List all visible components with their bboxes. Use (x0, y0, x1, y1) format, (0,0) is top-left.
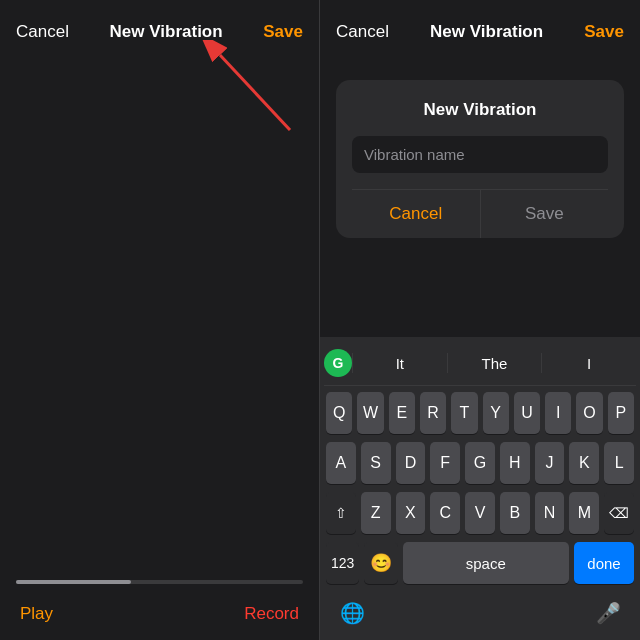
key-y[interactable]: Y (483, 392, 509, 434)
key-u[interactable]: U (514, 392, 540, 434)
key-rows: Q W E R T Y U I O P A S D F G H J K (324, 392, 636, 584)
dialog-cancel-button[interactable]: Cancel (352, 190, 481, 238)
key-z[interactable]: Z (361, 492, 391, 534)
microphone-icon[interactable]: 🎤 (588, 592, 628, 634)
key-i[interactable]: I (545, 392, 571, 434)
key-row-3: ⇧ Z X C V B N M ⌫ (326, 492, 634, 534)
autocomplete-the[interactable]: The (448, 351, 542, 376)
key-g[interactable]: G (465, 442, 495, 484)
progress-bar-fill (16, 580, 131, 584)
key-n[interactable]: N (535, 492, 565, 534)
right-title: New Vibration (430, 22, 543, 42)
done-key[interactable]: done (574, 542, 634, 584)
key-m[interactable]: M (569, 492, 599, 534)
key-l[interactable]: L (604, 442, 634, 484)
right-panel: Cancel New Vibration Save New Vibration … (320, 0, 640, 640)
key-v[interactable]: V (465, 492, 495, 534)
play-button[interactable]: Play (20, 604, 53, 624)
key-j[interactable]: J (535, 442, 565, 484)
dialog-title: New Vibration (352, 100, 608, 120)
key-row-2: A S D F G H J K L (326, 442, 634, 484)
right-nav-bar: Cancel New Vibration Save (320, 0, 640, 58)
dialog-save-button[interactable]: Save (481, 190, 609, 238)
delete-key[interactable]: ⌫ (604, 492, 634, 534)
key-r[interactable]: R (420, 392, 446, 434)
keyboard: G It The I Q W E R T Y U I O P (320, 337, 640, 640)
key-b[interactable]: B (500, 492, 530, 534)
space-key[interactable]: space (403, 542, 569, 584)
new-vibration-dialog: New Vibration Cancel Save (336, 80, 624, 238)
key-d[interactable]: D (396, 442, 426, 484)
progress-bar-container (0, 572, 319, 592)
right-cancel-button[interactable]: Cancel (336, 22, 389, 42)
grammarly-icon: G (324, 349, 352, 377)
left-nav-bar: Cancel New Vibration Save (0, 0, 319, 58)
key-row-4: 123 😊 space done (326, 542, 634, 584)
key-p[interactable]: P (608, 392, 634, 434)
left-save-button[interactable]: Save (263, 22, 303, 42)
key-x[interactable]: X (396, 492, 426, 534)
key-a[interactable]: A (326, 442, 356, 484)
key-row-1: Q W E R T Y U I O P (326, 392, 634, 434)
key-o[interactable]: O (576, 392, 602, 434)
globe-icon[interactable]: 🌐 (332, 592, 372, 634)
numbers-key[interactable]: 123 (326, 542, 359, 584)
dialog-buttons: Cancel Save (352, 189, 608, 238)
progress-bar-track (16, 580, 303, 584)
autocomplete-bar: G It The I (324, 345, 636, 386)
key-k[interactable]: K (569, 442, 599, 484)
key-q[interactable]: Q (326, 392, 352, 434)
left-cancel-button[interactable]: Cancel (16, 22, 69, 42)
play-record-bar: Play Record (0, 592, 319, 640)
svg-line-1 (220, 55, 290, 130)
emoji-key[interactable]: 😊 (364, 542, 397, 584)
key-c[interactable]: C (430, 492, 460, 534)
left-panel: Cancel New Vibration Save Play Record (0, 0, 320, 640)
right-save-button[interactable]: Save (584, 22, 624, 42)
autocomplete-it[interactable]: It (353, 351, 447, 376)
key-h[interactable]: H (500, 442, 530, 484)
record-button[interactable]: Record (244, 604, 299, 624)
left-title: New Vibration (110, 22, 223, 42)
shift-key[interactable]: ⇧ (326, 492, 356, 534)
key-s[interactable]: S (361, 442, 391, 484)
vibration-name-input[interactable] (352, 136, 608, 173)
autocomplete-i[interactable]: I (542, 351, 636, 376)
left-bottom-controls: Play Record (0, 572, 319, 640)
bottom-icon-row: 🌐 🎤 (324, 588, 636, 636)
key-f[interactable]: F (430, 442, 460, 484)
key-w[interactable]: W (357, 392, 383, 434)
key-e[interactable]: E (389, 392, 415, 434)
key-t[interactable]: T (451, 392, 477, 434)
